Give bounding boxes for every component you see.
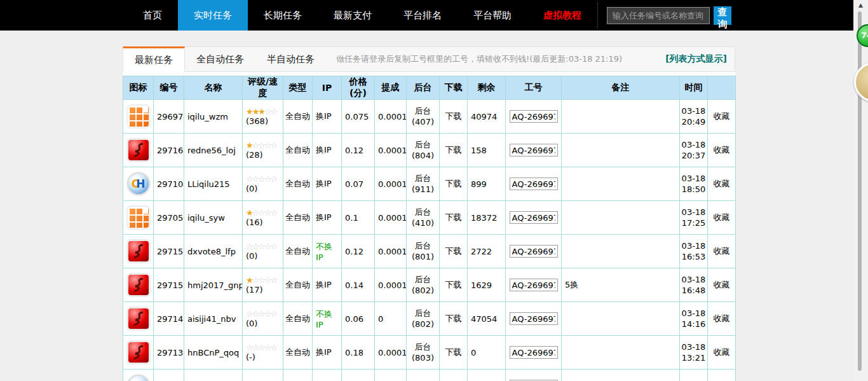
tab[interactable]: 最新任务 — [123, 46, 185, 72]
task-price: 0.14 — [342, 268, 375, 302]
worker-id-input[interactable] — [510, 245, 558, 258]
backend-link[interactable]: 后台 — [407, 240, 438, 251]
backend-link[interactable]: 后台 — [407, 106, 438, 116]
task-remaining: 40974 — [468, 100, 506, 134]
favorite-link[interactable]: 收藏 — [714, 246, 730, 256]
tab[interactable]: 全自动任务 — [185, 46, 255, 72]
table-row: CH297104LLiqilu215☆☆☆☆☆(0)全自动换IP0.070.00… — [123, 167, 736, 201]
cell-icon: CH — [123, 370, 154, 381]
red-dragon-icon[interactable] — [127, 274, 150, 296]
column-header: 备注 — [562, 76, 680, 100]
backend-link[interactable]: 后台 — [407, 207, 438, 218]
task-id: 297166 — [154, 134, 184, 167]
red-dragon-icon[interactable] — [127, 307, 150, 330]
nav-item[interactable]: 实时任务 — [178, 0, 248, 31]
task-type: 全自动 — [283, 134, 313, 167]
favorite-link[interactable]: 收藏 — [714, 179, 730, 188]
download-link[interactable]: 下载 — [445, 314, 462, 323]
task-commission: 0.0001 — [375, 370, 407, 381]
star-empty-icon: ☆☆☆☆ — [252, 275, 277, 285]
favorite-link[interactable]: 收藏 — [714, 280, 730, 289]
nav-item[interactable]: 平台帮助 — [458, 0, 527, 31]
cell-icon — [123, 302, 154, 336]
download-link[interactable]: 下载 — [445, 145, 462, 155]
rating-stars: ★☆☆☆☆ — [246, 141, 280, 150]
red-dragon-icon[interactable] — [127, 139, 150, 162]
favorite-link[interactable]: 收藏 — [714, 314, 730, 323]
task-name: iqilu_syw — [184, 201, 243, 235]
favorite-link[interactable]: 收藏 — [714, 212, 730, 222]
cell-download: 下载 — [440, 370, 468, 381]
worker-id-input[interactable] — [510, 211, 558, 224]
task-price: 0.06 — [342, 302, 375, 336]
nav-item[interactable]: 首页 — [127, 0, 178, 31]
task-commission: 0.0001 — [375, 201, 407, 235]
cell-time: 03-1818:50 — [680, 167, 708, 201]
worker-id-input[interactable] — [510, 346, 558, 359]
ip-mode: 换IP — [313, 268, 342, 302]
backend-link[interactable]: 后台 — [407, 342, 438, 352]
cell-favorite: 收藏 — [708, 302, 736, 336]
backend-link[interactable]: 后台 — [407, 274, 438, 285]
task-type: 全自动 — [283, 235, 313, 268]
cell-worker-id — [506, 370, 562, 381]
table-row: 297050iqilu_syw★☆☆☆☆(16)全自动换IP0.10.0001后… — [123, 201, 736, 235]
red-dragon-icon[interactable] — [127, 240, 150, 263]
rating-count: (17) — [246, 285, 280, 294]
backend-link[interactable]: 后台 — [407, 308, 438, 319]
worker-id-input[interactable] — [510, 144, 558, 156]
worker-id-input[interactable] — [510, 312, 558, 325]
top-nav: 首页实时任务长期任务最新支付平台排名平台帮助虚拟教程 查询 — [0, 0, 853, 31]
download-link[interactable]: 下载 — [445, 179, 462, 188]
cell-rating: ★☆☆☆☆(17) — [243, 268, 283, 302]
cell-icon — [123, 100, 154, 134]
download-link[interactable]: 下载 — [445, 212, 462, 222]
worker-id-input[interactable] — [510, 177, 558, 190]
task-commission: 0.0001 — [375, 235, 407, 268]
list-view-link[interactable]: [列表方式显示] — [665, 53, 727, 65]
search-button[interactable]: 查询 — [714, 6, 731, 25]
cell-backend: 后台(804) — [407, 134, 440, 167]
favorite-link[interactable]: 收藏 — [714, 145, 730, 155]
backend-link[interactable]: 后台 — [407, 139, 438, 150]
tabs: 最新任务全自动任务半自动任务 — [123, 47, 326, 71]
task-type: 全自动 — [283, 201, 313, 235]
cell-icon — [123, 336, 154, 370]
worker-id-input[interactable] — [510, 279, 558, 291]
nav-item[interactable]: 长期任务 — [248, 0, 318, 31]
download-link[interactable]: 下载 — [445, 347, 462, 357]
task-type: 全自动 — [283, 268, 313, 302]
column-header: 图标 — [123, 76, 154, 100]
favorite-link[interactable]: 收藏 — [714, 111, 730, 121]
star-filled-icon: ★ — [246, 141, 252, 150]
cell-download: 下载 — [440, 167, 468, 201]
scrollbar-thumb[interactable] — [858, 11, 862, 371]
nav-item[interactable]: 虚拟教程 — [527, 0, 597, 31]
ch-logo-icon[interactable]: CH — [127, 375, 150, 381]
ip-mode: 换IP — [313, 167, 342, 201]
red-dragon-icon[interactable] — [127, 341, 150, 364]
rating-count: (16) — [246, 218, 280, 227]
download-link[interactable]: 下载 — [445, 246, 462, 256]
star-empty-icon: ☆☆☆☆ — [252, 208, 277, 218]
search-input[interactable] — [607, 7, 710, 24]
download-link[interactable]: 下载 — [445, 111, 462, 121]
orange-grid-icon[interactable] — [127, 105, 150, 128]
backend-number: (911) — [407, 184, 438, 195]
favorite-link[interactable]: 收藏 — [714, 347, 730, 357]
download-link[interactable]: 下载 — [445, 280, 462, 289]
cell-time: 03-1814:16 — [680, 302, 708, 336]
orange-grid-icon[interactable] — [127, 206, 150, 229]
column-header: 类型 — [283, 76, 313, 100]
cell-download: 下载 — [440, 100, 468, 134]
column-header: 编号 — [154, 76, 184, 100]
cell-backend: 后台(801) — [407, 235, 440, 268]
ch-logo-icon[interactable]: CH — [127, 172, 150, 195]
scroll-up-icon[interactable]: ▲ — [858, 2, 863, 8]
backend-link[interactable]: 后台 — [407, 173, 438, 184]
worker-id-input[interactable] — [510, 110, 558, 123]
task-type: 全自动 — [283, 167, 313, 201]
nav-item[interactable]: 最新支付 — [318, 0, 388, 31]
nav-item[interactable]: 平台排名 — [388, 0, 458, 31]
tab[interactable]: 半自动任务 — [255, 46, 326, 72]
